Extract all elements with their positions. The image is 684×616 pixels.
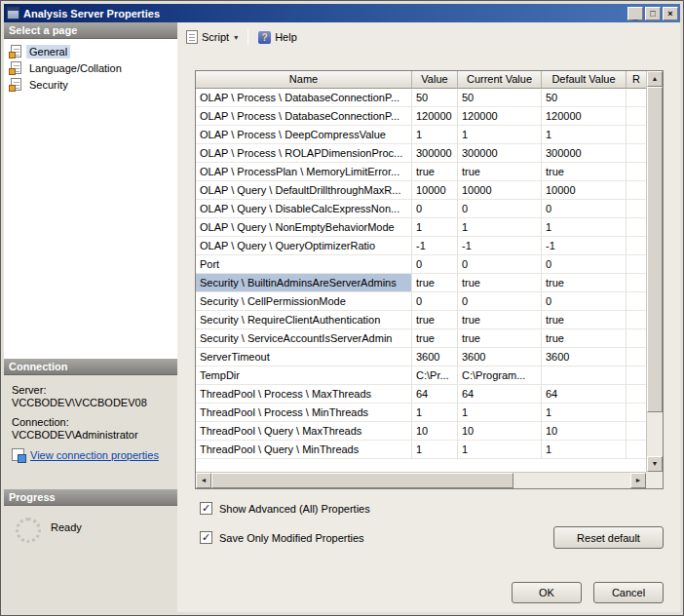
cell-name[interactable]: OLAP \ Process \ DatabaseConnectionP... bbox=[196, 89, 412, 107]
sidebar-item-security[interactable]: Security bbox=[4, 76, 177, 93]
property-row[interactable]: OLAP \ ProcessPlan \ MemoryLimitError...… bbox=[196, 163, 646, 181]
cell-value: true bbox=[412, 274, 458, 292]
cell-current: 120000 bbox=[458, 107, 542, 126]
cell-name[interactable]: ThreadPool \ Query \ MaxThreads bbox=[196, 422, 412, 441]
cell-current: true bbox=[458, 329, 542, 348]
script-dropdown-arrow-icon[interactable]: ▾ bbox=[234, 33, 238, 42]
app-icon bbox=[7, 7, 19, 19]
grid-column-header[interactable]: Default Value bbox=[542, 71, 627, 89]
cell-name[interactable]: Security \ BuiltinAdminsAreServerAdmins bbox=[196, 274, 412, 292]
vertical-scroll-thumb[interactable] bbox=[647, 87, 663, 412]
minimize-button[interactable]: _ bbox=[627, 7, 643, 20]
scroll-left-button[interactable]: ◄ bbox=[196, 473, 211, 488]
sidebar-item-general[interactable]: General bbox=[4, 43, 177, 59]
sidebar: Select a page GeneralLanguage/CollationS… bbox=[4, 22, 177, 612]
grid-column-header[interactable]: Value bbox=[412, 71, 458, 89]
cell-name[interactable]: OLAP \ Query \ DisableCalcExpressNon... bbox=[196, 200, 412, 218]
horizontal-scroll-track[interactable] bbox=[211, 473, 630, 488]
property-row[interactable]: Security \ CellPermissionMode000 bbox=[196, 292, 646, 311]
cell-name[interactable]: ThreadPool \ Process \ MinThreads bbox=[196, 404, 412, 422]
cell-name[interactable]: Security \ ServiceAccountIsServerAdmin bbox=[196, 329, 412, 348]
properties-grid: NameValueCurrent ValueDefault ValueR OLA… bbox=[195, 70, 664, 489]
help-button[interactable]: ? Help bbox=[252, 28, 303, 47]
cell-name[interactable]: OLAP \ Process \ ROLAPDimensionProc... bbox=[196, 144, 412, 163]
cell-name[interactable]: OLAP \ Process \ DeepCompressValue bbox=[196, 126, 412, 144]
scroll-up-button[interactable]: ▲ bbox=[647, 71, 663, 87]
property-row[interactable]: Security \ BuiltinAdminsAreServerAdminst… bbox=[196, 274, 646, 292]
analysis-server-properties-dialog: Analysis Server Properties _ □ × Select … bbox=[0, 0, 684, 616]
scroll-down-button[interactable]: ▼ bbox=[647, 456, 663, 472]
page-icon bbox=[11, 78, 21, 91]
property-row[interactable]: OLAP \ Query \ DisableCalcExpressNon...0… bbox=[196, 200, 646, 218]
view-connection-properties-link[interactable]: View connection properties bbox=[30, 449, 159, 461]
cell-default: 1 bbox=[542, 404, 627, 422]
property-row[interactable]: ThreadPool \ Process \ MaxThreads646464 bbox=[196, 385, 646, 404]
property-row[interactable]: Security \ RequireClientAuthenticationtr… bbox=[196, 311, 646, 329]
sidebar-item-language-collation[interactable]: Language/Collation bbox=[4, 59, 177, 76]
property-row[interactable]: Security \ ServiceAccountIsServerAdmintr… bbox=[196, 329, 646, 348]
property-row[interactable]: OLAP \ Query \ QueryOptimizerRatio-1-1-1 bbox=[196, 237, 646, 255]
script-button[interactable]: Script ▾ bbox=[180, 27, 244, 47]
cell-default: 0 bbox=[542, 292, 627, 311]
scroll-right-button[interactable]: ► bbox=[630, 473, 646, 488]
help-icon: ? bbox=[258, 31, 271, 44]
cell-value: 0 bbox=[412, 200, 458, 218]
show-advanced-checkbox[interactable]: ✓ bbox=[200, 502, 212, 515]
show-advanced-label: Show Advanced (All) Properties bbox=[219, 503, 370, 515]
grid-column-header[interactable]: Name bbox=[196, 71, 412, 89]
cell-name[interactable]: OLAP \ Query \ DefaultDrillthroughMaxR..… bbox=[196, 181, 412, 200]
vertical-scrollbar[interactable]: ▲ ▼ bbox=[646, 71, 663, 472]
cell-current: 0 bbox=[458, 200, 542, 218]
cell-name[interactable]: ServerTimeout bbox=[196, 348, 412, 366]
cell-name[interactable]: OLAP \ Process \ DatabaseConnectionP... bbox=[196, 107, 412, 126]
close-button[interactable]: × bbox=[663, 7, 678, 20]
cell-restart bbox=[627, 144, 646, 163]
cell-name[interactable]: OLAP \ Query \ NonEmptyBehaviorMode bbox=[196, 218, 412, 237]
property-row[interactable]: ThreadPool \ Query \ MinThreads111 bbox=[196, 441, 646, 459]
cell-current: 50 bbox=[458, 89, 542, 107]
property-row[interactable]: ServerTimeout360036003600 bbox=[196, 348, 646, 366]
property-row[interactable]: OLAP \ Query \ NonEmptyBehaviorMode111 bbox=[196, 218, 646, 237]
property-row[interactable]: ThreadPool \ Process \ MinThreads111 bbox=[196, 404, 646, 422]
cell-default: true bbox=[542, 311, 627, 329]
grid-column-header[interactable]: R bbox=[627, 71, 646, 89]
save-modified-checkbox[interactable]: ✓ bbox=[200, 531, 212, 544]
property-row[interactable]: TempDirC:\Pr...C:\Program... bbox=[196, 366, 646, 385]
property-row[interactable]: OLAP \ Query \ DefaultDrillthroughMaxR..… bbox=[196, 181, 646, 200]
cell-name[interactable]: ThreadPool \ Query \ MinThreads bbox=[196, 441, 412, 459]
cell-current: 0 bbox=[458, 292, 542, 311]
property-row[interactable]: OLAP \ Process \ DatabaseConnectionP...1… bbox=[196, 107, 646, 126]
window-title: Analysis Server Properties bbox=[23, 8, 627, 19]
property-row[interactable]: OLAP \ Process \ DatabaseConnectionP...5… bbox=[196, 89, 646, 107]
cell-name[interactable]: Security \ CellPermissionMode bbox=[196, 292, 412, 311]
property-row[interactable]: OLAP \ Process \ ROLAPDimensionProc...30… bbox=[196, 144, 646, 163]
progress-section-header: Progress bbox=[4, 489, 177, 506]
cell-name[interactable]: TempDir bbox=[196, 366, 412, 385]
cell-name[interactable]: Security \ RequireClientAuthentication bbox=[196, 311, 412, 329]
property-row[interactable]: OLAP \ Process \ DeepCompressValue111 bbox=[196, 126, 646, 144]
reset-default-button[interactable]: Reset default bbox=[553, 526, 664, 549]
cell-current: C:\Program... bbox=[458, 366, 542, 385]
cell-restart bbox=[627, 218, 646, 237]
cancel-button[interactable]: Cancel bbox=[593, 582, 664, 603]
cell-restart bbox=[627, 163, 646, 181]
progress-panel: Ready bbox=[4, 506, 177, 612]
horizontal-scroll-thumb[interactable] bbox=[211, 473, 513, 488]
cell-name[interactable]: OLAP \ ProcessPlan \ MemoryLimitError... bbox=[196, 163, 412, 181]
cell-name[interactable]: OLAP \ Query \ QueryOptimizerRatio bbox=[196, 237, 412, 255]
cell-value: 0 bbox=[412, 255, 458, 274]
grid-column-header[interactable]: Current Value bbox=[458, 71, 542, 89]
horizontal-scrollbar[interactable]: ◄ ► bbox=[196, 472, 646, 488]
cell-restart bbox=[627, 404, 646, 422]
cell-name[interactable]: Port bbox=[196, 255, 412, 274]
maximize-button[interactable]: □ bbox=[645, 7, 661, 20]
cell-default: 50 bbox=[542, 89, 627, 107]
cell-default: true bbox=[542, 163, 627, 181]
cell-name[interactable]: ThreadPool \ Process \ MaxThreads bbox=[196, 385, 412, 404]
vertical-scroll-track[interactable] bbox=[647, 87, 663, 456]
ok-button[interactable]: OK bbox=[512, 582, 582, 603]
property-row[interactable]: Port000 bbox=[196, 255, 646, 274]
cell-default: 300000 bbox=[542, 144, 627, 163]
property-row[interactable]: ThreadPool \ Query \ MaxThreads101010 bbox=[196, 422, 646, 441]
cell-value: true bbox=[412, 311, 458, 329]
